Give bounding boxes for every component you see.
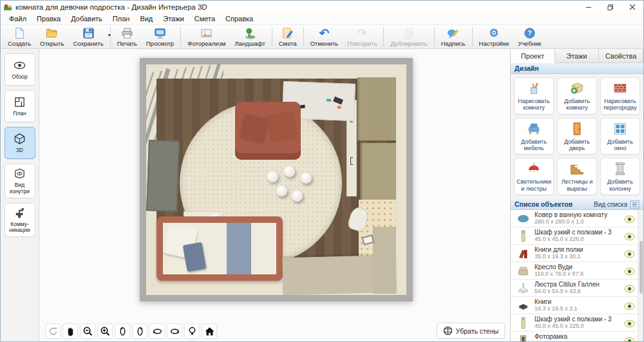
toolbar-label: Надпись <box>441 40 466 47</box>
menu-floors[interactable]: Этажи <box>158 14 188 24</box>
menu-add[interactable]: Добавить <box>66 14 107 24</box>
design-button-label: Добавить дверь <box>559 138 595 152</box>
redo-icon: ↷ <box>357 27 367 40</box>
close-button[interactable] <box>621 1 643 13</box>
flat-books-icon <box>517 299 529 312</box>
brick-wall-icon <box>612 81 628 96</box>
object-row[interactable]: Ковер в ванную комнату280.0 x 280.0 x 1.… <box>511 210 638 227</box>
design-button-label: Светильники и люстры <box>516 178 552 192</box>
sidebar-item-plan[interactable]: План <box>5 90 35 122</box>
visibility-eye-icon[interactable] <box>624 214 635 223</box>
room-3d-viewport[interactable]: Убрать стены <box>40 50 510 341</box>
object-list-title: Список объектов <box>515 200 573 208</box>
add-room-button[interactable]: Добавить комнату <box>557 77 597 115</box>
visibility-eye-icon[interactable] <box>624 336 635 341</box>
undo-icon: ↶ <box>319 27 329 40</box>
new-button[interactable]: Создать <box>3 26 35 48</box>
rotate-vertical-right-button[interactable] <box>132 323 147 339</box>
estimate-button[interactable]: Смета <box>274 26 301 48</box>
draw-partition-button[interactable]: Нарисовать перегородку <box>600 77 640 115</box>
settings-button[interactable]: ⚙ Настройки <box>475 26 514 48</box>
object-row[interactable]: Шкаф узкий с полками - 345.0 x 45.0 x 22… <box>511 314 638 332</box>
object-dims: 35.0 x 19.3 x 30.1 <box>535 254 622 260</box>
toolbar-label: Создать <box>8 40 31 47</box>
menu-edit[interactable]: Правка <box>32 14 65 24</box>
add-window-button[interactable]: Добавить окно <box>600 118 640 155</box>
visibility-eye-icon[interactable] <box>624 319 635 327</box>
photorealism-button[interactable]: Фотореализм <box>183 26 230 48</box>
stairs-cutouts-button[interactable]: Лестницы и вырезы <box>557 158 597 195</box>
tab-project[interactable]: Проект <box>511 50 555 63</box>
pan-button[interactable] <box>62 323 78 339</box>
maximize-button[interactable] <box>600 1 621 13</box>
add-column-button[interactable]: Добавить колонну <box>600 158 640 195</box>
rotate-horizontal-left-button[interactable] <box>149 323 165 339</box>
lighting-button[interactable] <box>184 323 200 339</box>
menu-file[interactable]: Файл <box>5 14 31 24</box>
title-bar[interactable]: комната для девочки подростка - Дизайн И… <box>1 1 643 13</box>
object-row[interactable]: Книги для полки35.0 x 19.3 x 30.1 <box>511 245 638 262</box>
sidebar-item-communications[interactable]: Комму-никации <box>5 203 35 238</box>
preview-button[interactable]: Просмотр <box>142 26 178 48</box>
menu-estimate[interactable]: Смета <box>190 14 220 24</box>
object-row[interactable]: Фоторамка12.2 x 7.0 x 17.2 <box>511 332 638 341</box>
object-row[interactable]: Шкаф узкий с полками - 345.0 x 45.0 x 22… <box>511 227 638 245</box>
save-dropdown-arrow-icon[interactable]: ▾ <box>108 32 111 38</box>
scrollbar-thumb[interactable] <box>639 241 643 294</box>
visibility-eye-icon[interactable] <box>624 301 635 310</box>
chandelier-thumb-icon <box>517 282 529 294</box>
object-row[interactable]: Кресло Вуди110.0 x 78.0 x 87.8 <box>511 262 638 280</box>
app-window: комната для девочки подростка - Дизайн И… <box>0 0 644 342</box>
rotate-360-button[interactable] <box>45 323 61 339</box>
remove-walls-button[interactable]: Убрать стены <box>437 323 505 339</box>
landscape-icon <box>244 27 256 40</box>
menu-view[interactable]: Вид <box>135 14 157 24</box>
annotation-button[interactable]: Надпись <box>437 26 470 48</box>
tutorial-button[interactable]: ? Учебник <box>513 26 545 48</box>
open-button[interactable]: Открыть <box>35 26 68 48</box>
tab-properties[interactable]: Свойства <box>599 50 643 62</box>
menu-bar: Файл Правка Добавить План Вид Этажи Смет… <box>1 13 643 25</box>
object-dims: 54.0 x 54.0 x 43.8 <box>535 289 622 295</box>
terracotta-armchair <box>235 102 301 160</box>
tab-floors[interactable]: Этажи <box>555 50 600 62</box>
list-view-icon[interactable] <box>630 200 639 209</box>
sidebar-item-overview[interactable]: Обзор <box>5 53 35 86</box>
sidebar-item-3d[interactable]: 3D <box>5 127 35 159</box>
zoom-in-button[interactable] <box>97 323 113 339</box>
visibility-eye-icon[interactable] <box>624 232 635 240</box>
draw-room-button[interactable]: Нарисовать комнату <box>514 77 554 115</box>
object-row[interactable]: Люстра Citilux Галлен54.0 x 54.0 x 43.8 <box>511 280 638 297</box>
object-row[interactable]: Книги16.3 x 19.5 x 3.1 <box>511 297 638 314</box>
design-button-label: Добавить мебель <box>516 138 552 152</box>
panel-tabs: Проект Этажи Свойства <box>511 50 643 63</box>
view-mode-sidebar: Обзор План 3D Вид изнутри Комму-никации <box>1 50 39 341</box>
menu-help[interactable]: Справка <box>221 14 258 24</box>
lights-chandeliers-button[interactable]: Светильники и люстры <box>514 158 554 195</box>
home-view-button[interactable] <box>202 323 217 339</box>
design-button-label: Добавить колонну <box>602 178 638 192</box>
rotate-horizontal-right-button[interactable] <box>167 323 182 339</box>
toolbar-label: Отменить <box>310 40 338 47</box>
visibility-eye-icon[interactable] <box>624 267 635 275</box>
photo-frame-icon <box>517 334 529 341</box>
red-books-icon <box>517 247 529 260</box>
print-button[interactable]: Печать <box>113 26 142 48</box>
object-dims: 280.0 x 280.0 x 1.0 <box>535 219 622 225</box>
rotate-vertical-left-button[interactable] <box>115 323 130 339</box>
toolbar-label: Смета <box>279 40 297 47</box>
visibility-eye-icon[interactable] <box>624 249 635 258</box>
landscape-button[interactable]: Ландшафт <box>231 26 270 48</box>
sidebar-item-inside-view[interactable]: Вид изнутри <box>5 164 35 198</box>
zoom-out-button[interactable] <box>80 323 95 339</box>
add-door-button[interactable]: Добавить дверь <box>557 118 597 155</box>
object-list-scrollbar[interactable] <box>638 210 643 341</box>
menu-plan[interactable]: План <box>108 14 135 24</box>
visibility-eye-icon[interactable] <box>624 284 635 292</box>
minimize-button[interactable] <box>578 1 600 13</box>
add-furniture-button[interactable]: Добавить мебель <box>514 118 554 155</box>
right-panel: Проект Этажи Свойства Дизайн Нарисовать … <box>510 50 643 341</box>
save-floppy-icon <box>82 27 95 40</box>
save-button[interactable]: Сохранить ▾ <box>68 26 108 48</box>
undo-button[interactable]: ↶ Отменить <box>306 26 343 48</box>
